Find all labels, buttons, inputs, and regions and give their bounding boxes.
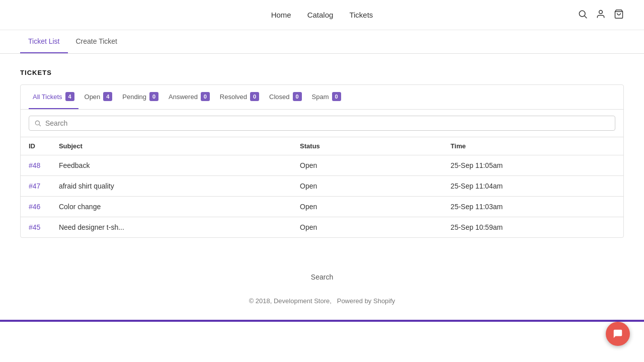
filter-tab-closed[interactable]: Closed0 [265,85,305,109]
main-content: TICKETS All Tickets4Open4Pending0Answere… [0,54,644,253]
filter-tab-spam[interactable]: Spam0 [308,85,345,109]
tickets-table: ID Subject Status Time #48FeedbackOpen25… [21,137,623,237]
filter-tab-label: All Tickets [33,93,62,101]
search-input[interactable] [45,119,610,127]
tickets-box: All Tickets4Open4Pending0Answered0Resolv… [20,84,624,238]
ticket-subject: afraid shirt quality [51,176,292,197]
header: Home Catalog Tickets [0,0,644,30]
filter-tab-pending[interactable]: Pending0 [118,85,163,109]
table-row: #47afraid shirt qualityOpen25-Sep 11:04a… [21,176,623,197]
search-icon [34,120,41,127]
ticket-status: Open [292,155,443,176]
filter-tabs: All Tickets4Open4Pending0Answered0Resolv… [21,85,623,110]
ticket-subject: Feedback [51,155,292,176]
ticket-id-link[interactable]: #47 [29,182,40,190]
filter-tab-answered[interactable]: Answered0 [165,85,214,109]
nav-tickets[interactable]: Tickets [349,11,373,19]
filter-tab-label: Spam [312,93,329,101]
account-icon[interactable] [596,9,606,21]
ticket-id-link[interactable]: #48 [29,161,40,169]
filter-tab-label: Answered [169,93,198,101]
powered-by-shopify[interactable]: Powered by Shopify [337,297,395,305]
ticket-status: Open [292,197,443,217]
footer-search: Search [0,253,644,289]
nav-home[interactable]: Home [271,11,291,19]
ticket-subject: Color change [51,197,292,217]
filter-tab-open[interactable]: Open4 [80,85,117,109]
filter-tab-label: Pending [122,93,146,101]
main-nav: Home Catalog Tickets [221,11,423,19]
filter-tab-badge: 0 [149,92,158,101]
filter-tab-resolved[interactable]: Resolved0 [216,85,263,109]
filter-tab-label: Closed [269,93,289,101]
svg-point-2 [599,11,603,14]
ticket-time: 25-Sep 10:59am [443,217,623,238]
filter-tab-badge: 0 [332,92,341,101]
filter-tab-badge: 0 [293,92,302,101]
ticket-time: 25-Sep 11:04am [443,176,623,197]
filter-tab-badge: 0 [201,92,210,101]
svg-point-4 [35,121,39,125]
col-header-status: Status [292,137,443,155]
ticket-time: 25-Sep 11:05am [443,155,623,176]
table-header: ID Subject Status Time [21,137,623,155]
table-row: #48FeedbackOpen25-Sep 11:05am [21,155,623,176]
table-row: #45Need designer t-sh...Open25-Sep 10:59… [21,217,623,238]
filter-tab-badge: 0 [250,92,259,101]
svg-point-0 [579,11,585,17]
ticket-subject: Need designer t-sh... [51,217,292,238]
ticket-id-link[interactable]: #45 [29,223,40,231]
filter-tab-all-tickets[interactable]: All Tickets4 [29,85,78,109]
footer-bar [0,320,644,322]
table-row: #46Color changeOpen25-Sep 11:03am [21,197,623,217]
nav-catalog[interactable]: Catalog [307,11,334,19]
ticket-id-link[interactable]: #46 [29,203,40,211]
ticket-time: 25-Sep 11:03am [443,197,623,217]
section-title: TICKETS [20,69,624,76]
search-wrap [21,110,623,137]
page-tabs: Ticket List Create Ticket [0,30,644,54]
ticket-status: Open [292,176,443,197]
filter-tab-badge: 4 [103,92,112,101]
ticket-status: Open [292,217,443,238]
cart-icon[interactable] [614,9,624,21]
search-field[interactable] [29,116,615,131]
col-header-time: Time [443,137,623,155]
search-icon[interactable] [578,9,588,21]
footer-copyright: © 2018, Development Store, Powered by Sh… [0,289,644,320]
svg-line-1 [585,16,587,19]
col-header-subject: Subject [51,137,292,155]
col-header-id: ID [21,137,51,155]
table-body: #48FeedbackOpen25-Sep 11:05am#47afraid s… [21,155,623,238]
tab-ticket-list[interactable]: Ticket List [20,30,68,53]
filter-tab-label: Resolved [220,93,247,101]
svg-line-5 [39,125,41,126]
filter-tab-badge: 4 [65,92,74,101]
filter-tab-label: Open [85,93,101,101]
tab-create-ticket[interactable]: Create Ticket [68,30,125,53]
